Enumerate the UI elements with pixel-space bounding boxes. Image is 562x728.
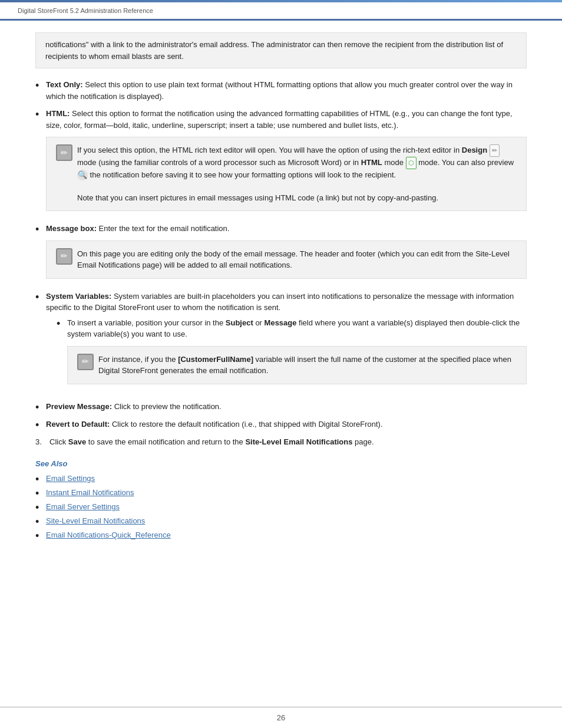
list-item: • System Variables: System variables are…: [35, 291, 527, 395]
html-note-mid2: mode: [382, 158, 406, 167]
subject-label: Subject: [226, 318, 253, 327]
list-item: • Site-Level Email Notifications: [35, 515, 527, 527]
note-icon: ✏: [56, 144, 72, 161]
save-label: Save: [68, 437, 86, 446]
revert-text: Click to restore the default notificatio…: [110, 420, 382, 429]
note-icon: ✏: [56, 248, 72, 265]
header-bar: Digital StoreFront 5.2 Administration Re…: [0, 2, 562, 21]
bullet-dot: •: [35, 474, 46, 485]
html-note-mid3: mode. You can also preview: [416, 158, 514, 167]
intro-box-text: notifications" with a link to the admini…: [45, 40, 503, 61]
design-icon: ✏: [490, 144, 500, 157]
customer-full-name-var: [CustomerFullName]: [178, 355, 253, 364]
site-level-email-link[interactable]: Site-Level Email Notifications: [46, 515, 145, 527]
message-label: Message: [265, 318, 297, 327]
bullet-dot: •: [35, 224, 46, 235]
pencil-icon: ✏: [61, 147, 68, 159]
email-server-link[interactable]: Email Server Settings: [46, 501, 120, 513]
list-item: • Text Only: Select this option to use p…: [35, 79, 527, 102]
list-item: • To insert a variable, position your cu…: [57, 317, 527, 390]
step3-after: to save the email notification and retur…: [86, 437, 245, 446]
system-note-text: For instance, if you the [CustomerFullNa…: [98, 354, 517, 377]
design-label: Design: [462, 146, 487, 154]
page-wrapper: Digital StoreFront 5.2 Administration Re…: [0, 0, 562, 728]
bullet-content: Revert to Default: Click to restore the …: [46, 419, 527, 430]
see-also-section: See Also • Email Settings • Instant Emai…: [35, 459, 527, 541]
html-note-mid1: mode (using the familiar controls of a w…: [77, 158, 361, 167]
list-item: • Revert to Default: Click to restore th…: [35, 419, 527, 430]
note-icon: ✏: [77, 354, 94, 370]
list-item: • HTML: Select this option to format the…: [35, 108, 527, 217]
email-settings-link[interactable]: Email Settings: [46, 473, 95, 485]
system-vars-label: System Variables:: [46, 292, 111, 301]
main-bullet-list: • Text Only: Select this option to use p…: [35, 79, 527, 430]
list-item: • Message box: Enter the text for the em…: [35, 223, 527, 285]
quick-ref-link[interactable]: Email Notifications-Quick_Reference: [46, 529, 171, 541]
html-note-after: the notification before saving it to see…: [88, 170, 396, 179]
html-note-text: If you select this option, the HTML rich…: [77, 144, 517, 203]
page-number: 26: [277, 713, 285, 722]
list-item: • Instant Email Notifications: [35, 487, 527, 499]
system-note-box: ✏ For instance, if you the [CustomerFull…: [67, 346, 527, 384]
pencil-icon: ✏: [61, 250, 68, 262]
numbered-list: 3. Click Save to save the email notifica…: [35, 436, 527, 448]
list-item: 3. Click Save to save the email notifica…: [35, 436, 527, 448]
bullet-content: To insert a variable, position your curs…: [67, 317, 527, 390]
see-also-title: See Also: [35, 459, 527, 468]
message-note-text: On this page you are editing only the bo…: [77, 248, 517, 271]
bullet-content: System Variables: System variables are b…: [46, 291, 527, 395]
bullet-dot: •: [35, 516, 46, 527]
bullet-content: Text Only: Select this option to use pla…: [46, 79, 527, 102]
html-code-icon: ⬡: [406, 157, 416, 169]
instant-email-link[interactable]: Instant Email Notifications: [46, 487, 134, 499]
sub-bullet-before: To insert a variable, position your curs…: [67, 318, 226, 327]
bullet-dot: •: [57, 318, 67, 329]
bullet-dot: •: [35, 292, 46, 302]
bullet-dot: •: [35, 488, 46, 499]
see-also-links: • Email Settings • Instant Email Notific…: [35, 473, 527, 541]
system-vars-text: System variables are built-in placeholde…: [46, 292, 514, 312]
bullet-dot: •: [35, 109, 46, 120]
html-note-box: ✏ If you select this option, the HTML ri…: [46, 137, 527, 211]
bullet-dot: •: [35, 531, 46, 541]
message-box-label: Message box:: [46, 224, 97, 233]
bullet-dot: •: [35, 502, 46, 513]
html-note-before: If you select this option, the HTML rich…: [77, 146, 462, 154]
step3-content: Click Save to save the email notificatio…: [49, 436, 527, 448]
step3-end: page.: [352, 437, 373, 446]
list-item: • Email Notifications-Quick_Reference: [35, 529, 527, 541]
bullet-dot: •: [35, 402, 46, 413]
intro-box: notifications" with a link to the admini…: [35, 32, 527, 68]
step3-before: Click: [49, 437, 68, 446]
preview-message-text: Click to preview the notification.: [112, 402, 222, 411]
html-mode-label: HTML: [361, 158, 382, 167]
sub-bullet-mid: or: [253, 318, 265, 327]
message-box-note: ✏ On this page you are editing only the …: [46, 241, 527, 279]
system-note-before: For instance, if you the: [98, 355, 178, 364]
footer-bar: 26: [0, 707, 562, 728]
header-title: Digital StoreFront 5.2 Administration Re…: [18, 7, 153, 14]
text-only-text: Select this option to use plain text for…: [46, 80, 513, 101]
step-number: 3.: [35, 436, 49, 448]
list-item: • Email Server Settings: [35, 501, 527, 513]
bullet-content: HTML: Select this option to format the n…: [46, 108, 527, 217]
list-item: • Preview Message: Click to preview the …: [35, 401, 527, 413]
html-label: HTML:: [46, 109, 70, 118]
pencil-icon: ✏: [82, 355, 89, 368]
bullet-content: Message box: Enter the text for the emai…: [46, 223, 527, 285]
html-note2: Note that you can insert pictures in ema…: [77, 193, 438, 202]
bullet-dot: •: [35, 420, 46, 430]
site-level-label: Site-Level Email Notifications: [245, 437, 352, 446]
preview-icon: 🔍: [77, 170, 88, 180]
bullet-dot: •: [35, 80, 46, 91]
preview-message-label: Preview Message:: [46, 402, 112, 411]
text-only-label: Text Only:: [46, 80, 83, 89]
message-box-text: Enter the text for the email notificatio…: [97, 224, 229, 233]
sub-bullet-list: • To insert a variable, position your cu…: [57, 317, 527, 390]
revert-label: Revert to Default:: [46, 420, 110, 429]
content-area: notifications" with a link to the admini…: [0, 21, 562, 707]
list-item: • Email Settings: [35, 473, 527, 485]
bullet-content: Preview Message: Click to preview the no…: [46, 401, 527, 413]
html-text: Select this option to format the notific…: [46, 109, 513, 130]
